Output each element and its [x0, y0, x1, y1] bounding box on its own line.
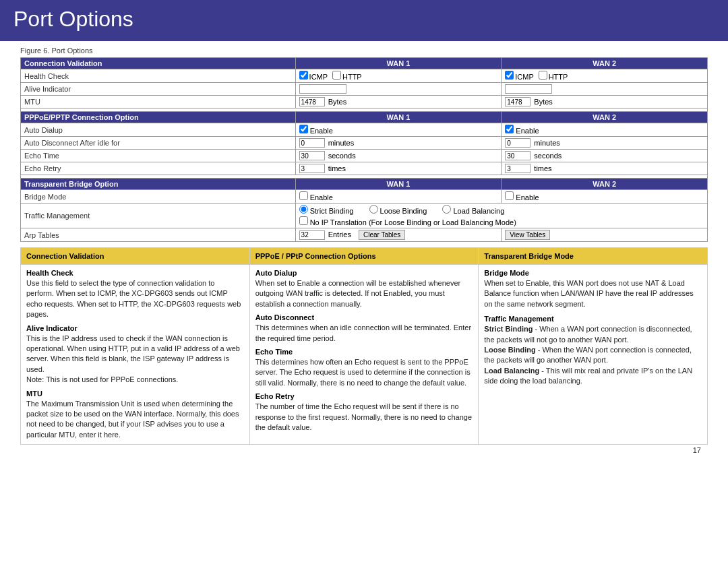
clear-tables-button[interactable]: Clear Tables	[359, 230, 405, 240]
hc-icmp-wan2-check[interactable]	[505, 71, 514, 80]
binding-options-row: Strict Binding Loose Binding Load Balanc…	[299, 205, 704, 215]
figure-label: Figure 6. Port Options	[20, 46, 708, 55]
echo-time-wan1: seconds	[295, 150, 502, 162]
health-check-wan2: ICMP HTTP	[502, 69, 708, 83]
echo-retry-label: Echo Retry	[21, 162, 296, 175]
section3-label: Transparent Bridge Option	[21, 179, 296, 190]
bridge-mode-row: Bridge Mode Enable Enable	[21, 190, 708, 204]
echo-time-wan2-input[interactable]	[505, 151, 530, 160]
section3-wan2: WAN 2	[502, 179, 708, 190]
port-options-table: Connection Validation WAN 1 WAN 2 Health…	[20, 57, 708, 242]
loose-binding-desc: Loose Binding - When the WAN port connec…	[484, 346, 692, 364]
info-header-col2: PPPoE / PPtP Connection Options	[249, 248, 479, 265]
mtu-desc: The Maximum Transmission Unit is used wh…	[26, 400, 239, 439]
auto-dialup-label: Auto Dialup	[21, 123, 296, 137]
no-ip-translation-check[interactable]	[299, 216, 308, 225]
echo-retry-desc: The number of time the Echo request will…	[255, 402, 472, 431]
info-col3: Bridge Mode When set to Enable, this WAN…	[479, 265, 708, 445]
auto-disconnect-wan2: minutes	[502, 137, 708, 150]
health-check-wan1: ICMP HTTP	[295, 69, 502, 83]
auto-disconnect-wan1-input[interactable]	[299, 138, 325, 148]
bridge-mode-wan1-check[interactable]	[299, 191, 308, 200]
page-title: Port Options	[13, 7, 715, 32]
load-balancing-desc: Load Balancing - This will mix real and …	[484, 367, 692, 385]
health-check-label: Health Check	[21, 69, 296, 83]
auto-dialup-row: Auto Dialup Enable Enable	[21, 123, 708, 137]
section1-wan2: WAN 2	[502, 58, 708, 69]
view-tables-button[interactable]: View Tables	[505, 230, 550, 240]
traffic-mgmt-label: Traffic Management	[21, 204, 296, 228]
arp-entries-input[interactable]	[299, 230, 325, 240]
auto-dialup-wan1: Enable	[295, 123, 502, 137]
echo-retry-wan1: times	[295, 162, 502, 175]
strict-binding-radio[interactable]	[299, 205, 308, 214]
arp-tables-wan2: View Tables	[502, 228, 708, 242]
page-number: 17	[20, 445, 708, 454]
section2-label: PPPoE/PPTP Connection Option	[21, 112, 296, 123]
no-ip-translation-row: No IP Translation (For Loose Binding or …	[299, 216, 704, 226]
auto-dialup-wan2: Enable	[502, 123, 708, 137]
info-header-col1: Connection Validation	[21, 248, 250, 265]
auto-disconnect-desc: This determines when an idle connection …	[255, 323, 471, 342]
section3-wan1: WAN 1	[295, 179, 502, 190]
auto-dialup-desc: When set to Enable a connection will be …	[255, 279, 461, 308]
alive-indicator-term: Alive Indicator	[26, 324, 244, 332]
auto-disconnect-term: Auto Disconnect	[255, 313, 473, 321]
section1-label: Connection Validation	[21, 58, 296, 69]
content-area: Figure 6. Port Options Connection Valida…	[0, 41, 728, 460]
auto-disconnect-wan1: minutes	[295, 137, 502, 150]
loose-binding-radio[interactable]	[369, 205, 378, 214]
auto-disconnect-wan2-input[interactable]	[505, 138, 530, 148]
info-content-row: Health Check Use this field to select th…	[21, 265, 708, 445]
arp-tables-label: Arp Tables	[21, 228, 296, 242]
strict-binding-desc: Strict Binding - When a WAN port connect…	[484, 325, 692, 343]
auto-dialup-wan1-check[interactable]	[299, 125, 308, 133]
traffic-mgmt-row: Traffic Management Strict Binding Loose …	[21, 204, 708, 228]
alive-indicator-wan1-input[interactable]	[299, 84, 346, 94]
arp-tables-row: Arp Tables Entries Clear Tables View Tab…	[21, 228, 708, 242]
echo-retry-wan2-input[interactable]	[505, 164, 530, 173]
echo-retry-wan2: times	[502, 162, 708, 175]
hc-http-wan2-check[interactable]	[539, 71, 547, 80]
hc-http-wan1-check[interactable]	[332, 71, 341, 80]
info-col2: Auto Dialup When set to Enable a connect…	[249, 265, 479, 445]
alive-indicator-wan2-input[interactable]	[505, 84, 552, 94]
info-table: Connection Validation PPPoE / PPtP Conne…	[20, 247, 708, 445]
page-header: Port Options	[0, 0, 728, 41]
echo-time-wan1-input[interactable]	[299, 151, 325, 160]
alive-indicator-wan2	[502, 83, 708, 96]
info-header-row: Connection Validation PPPoE / PPtP Conne…	[21, 248, 708, 265]
echo-time-wan2: seconds	[502, 150, 708, 162]
echo-time-desc: This determines how often an Echo reques…	[255, 358, 471, 387]
alive-indicator-desc: This is the IP address used to check if …	[26, 334, 240, 384]
bridge-mode-desc: When set to Enable, this WAN port does n…	[484, 279, 693, 308]
mtu-wan1-input[interactable]	[299, 97, 325, 106]
hc-icmp-wan1-check[interactable]	[299, 71, 308, 80]
alive-indicator-row: Alive Indicator	[21, 83, 708, 96]
traffic-mgmt-term: Traffic Management	[484, 315, 702, 323]
echo-time-row: Echo Time seconds seconds	[21, 150, 708, 162]
echo-retry-row: Echo Retry times times	[21, 162, 708, 175]
section1-header-row: Connection Validation WAN 1 WAN 2	[21, 58, 708, 69]
bridge-mode-label: Bridge Mode	[21, 190, 296, 204]
bridge-mode-wan2-check[interactable]	[505, 191, 514, 200]
auto-dialup-term: Auto Dialup	[255, 269, 473, 277]
auto-dialup-wan2-check[interactable]	[505, 125, 514, 133]
echo-time-label: Echo Time	[21, 150, 296, 162]
alive-indicator-wan1	[295, 83, 502, 96]
mtu-label: MTU	[21, 96, 296, 108]
echo-retry-wan1-input[interactable]	[299, 164, 325, 173]
auto-disconnect-label: Auto Disconnect After idle for	[21, 137, 296, 150]
section3-header-row: Transparent Bridge Option WAN 1 WAN 2	[21, 179, 708, 190]
mtu-row: MTU Bytes Bytes	[21, 96, 708, 108]
alive-indicator-label: Alive Indicator	[21, 83, 296, 96]
load-balancing-radio[interactable]	[442, 205, 451, 214]
section2-wan1: WAN 1	[295, 112, 502, 123]
mtu-wan2-input[interactable]	[505, 97, 530, 106]
auto-disconnect-row: Auto Disconnect After idle for minutes m…	[21, 137, 708, 150]
bridge-mode-term: Bridge Mode	[484, 269, 702, 277]
info-col1: Health Check Use this field to select th…	[21, 265, 250, 445]
traffic-mgmt-value: Strict Binding Loose Binding Load Balanc…	[295, 204, 707, 228]
arp-tables-wan1: Entries Clear Tables	[295, 228, 502, 242]
section2-header-row: PPPoE/PPTP Connection Option WAN 1 WAN 2	[21, 112, 708, 123]
